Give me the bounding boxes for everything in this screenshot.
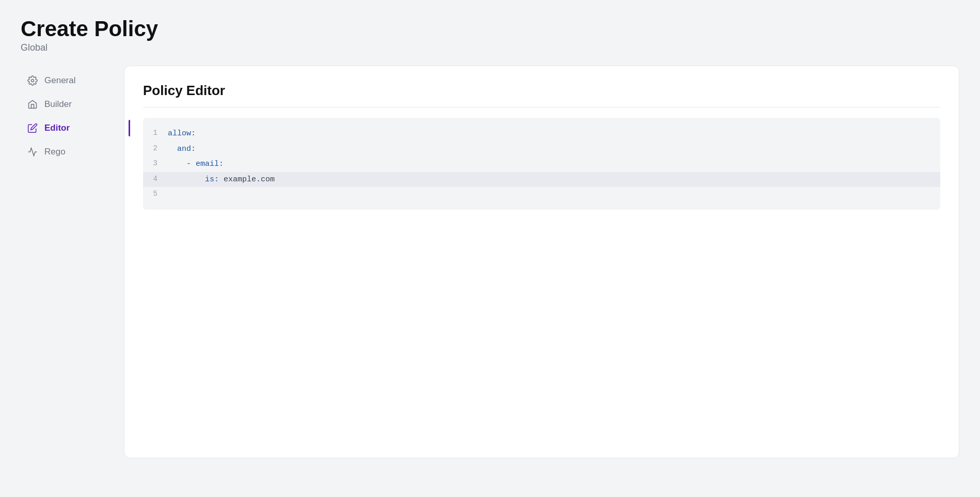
code-line-1: 1 allow: — [143, 126, 940, 142]
gear-icon — [27, 75, 38, 86]
content-area: General Builder Editor — [21, 66, 959, 458]
line-number-3: 3 — [143, 158, 168, 170]
sidebar-item-rego-label: Rego — [44, 147, 66, 157]
line-content-3: - email: — [168, 158, 940, 171]
home-icon — [27, 99, 38, 110]
code-line-2: 2 and: — [143, 142, 940, 157]
sidebar-item-rego[interactable]: Rego — [21, 141, 124, 163]
line-number-5: 5 — [143, 188, 168, 200]
code-line-4: 4 is: example.com — [143, 172, 940, 188]
line-content-2: and: — [168, 143, 940, 156]
sidebar-item-editor-label: Editor — [44, 123, 70, 133]
line-number-2: 2 — [143, 143, 168, 155]
code-line-3: 3 - email: — [143, 157, 940, 172]
page-subtitle: Global — [21, 42, 959, 53]
line-content-4: is: example.com — [168, 173, 940, 187]
edit-icon — [27, 122, 38, 134]
line-number-4: 4 — [143, 173, 168, 185]
waveform-icon — [27, 146, 38, 158]
page-title: Create Policy — [21, 17, 959, 41]
page-header: Create Policy Global — [21, 17, 959, 53]
sidebar-item-editor[interactable]: Editor — [21, 117, 124, 139]
code-line-5: 5 — [143, 187, 940, 201]
sidebar-item-builder[interactable]: Builder — [21, 94, 124, 115]
line-content-1: allow: — [168, 127, 940, 141]
main-panel: Policy Editor 1 allow: 2 and: 3 - email:… — [124, 66, 959, 458]
code-editor[interactable]: 1 allow: 2 and: 3 - email: 4 is: example… — [143, 118, 940, 210]
sidebar-item-general-label: General — [44, 75, 75, 86]
line-number-1: 1 — [143, 127, 168, 139]
editor-title: Policy Editor — [143, 83, 940, 107]
sidebar-item-general[interactable]: General — [21, 70, 124, 91]
sidebar: General Builder Editor — [21, 66, 124, 458]
sidebar-item-builder-label: Builder — [44, 99, 72, 110]
svg-point-0 — [31, 80, 34, 82]
